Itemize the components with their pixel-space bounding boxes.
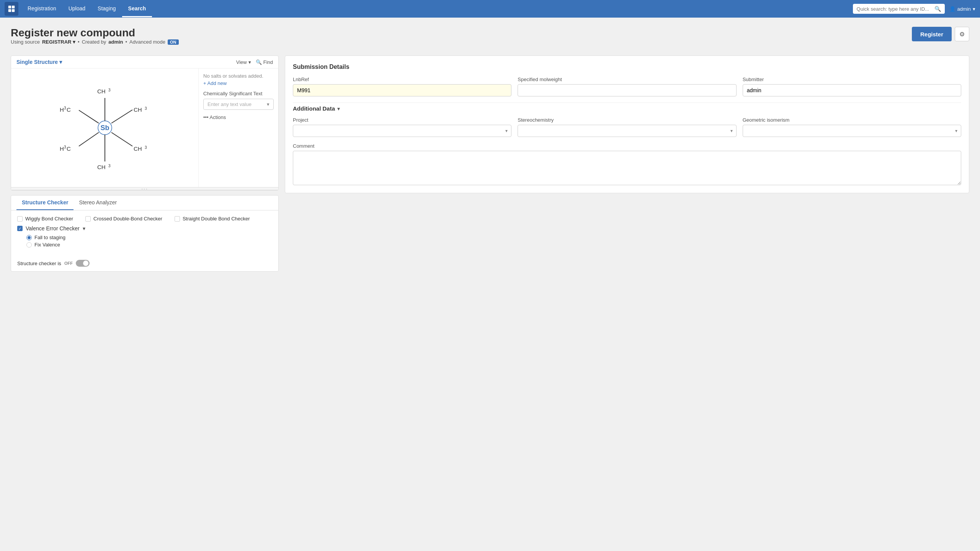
project-select[interactable]: [293, 125, 511, 137]
search-icon2: 🔍: [256, 59, 262, 65]
chem-sig-section: Chemically Significant Text Enter any te…: [203, 91, 274, 110]
toolbar-right: View ▾ 🔍 Find: [236, 59, 273, 65]
structure-toolbar: Single Structure ▾ View ▾ 🔍 Find: [11, 56, 278, 68]
checker-body: Wiggly Bond Checker Crossed Double-Bond …: [11, 210, 278, 257]
comment-textarea[interactable]: [293, 151, 961, 185]
settings-button[interactable]: ⚙: [955, 27, 969, 41]
svg-text:H: H: [60, 145, 64, 152]
resize-handle[interactable]: [11, 187, 278, 190]
structure-type-button[interactable]: Single Structure ▾: [16, 59, 62, 65]
chem-sig-arrow: ▾: [267, 101, 270, 107]
submission-details-title: Submission Details: [293, 64, 961, 70]
svg-line-16: [111, 110, 132, 123]
view-chevron: ▾: [248, 59, 251, 65]
quick-search-box[interactable]: 🔍: [853, 4, 945, 14]
structure-card: Single Structure ▾ View ▾ 🔍 Find: [11, 55, 279, 191]
svg-rect-3: [12, 9, 15, 12]
tab-stereo-analyzer[interactable]: Stereo Analyzer: [74, 196, 122, 210]
additional-data-chevron[interactable]: ▾: [337, 106, 340, 112]
additional-data-title: Additional Data: [293, 105, 335, 112]
wiggly-bond-checkbox[interactable]: [17, 216, 23, 222]
straight-double-bond-checkbox[interactable]: [175, 216, 180, 222]
svg-line-12: [79, 110, 99, 123]
radio-fall-label: Fall to staging: [34, 235, 65, 240]
nav-registration[interactable]: Registration: [21, 1, 62, 17]
user-label: admin: [957, 6, 971, 12]
svg-text:CH: CH: [134, 145, 142, 152]
radio-fix-btn[interactable]: [26, 242, 32, 248]
nav-upload[interactable]: Upload: [62, 1, 91, 17]
svg-text:Sb: Sb: [100, 124, 109, 132]
svg-rect-2: [8, 9, 11, 12]
view-button[interactable]: View ▾: [236, 59, 251, 65]
submitter-input[interactable]: [743, 84, 961, 96]
stereochemistry-label: Stereochemistry: [518, 117, 736, 123]
svg-text:H: H: [60, 106, 64, 113]
project-select-wrapper: [293, 125, 511, 137]
wiggly-bond-checker-item: Wiggly Bond Checker: [17, 216, 73, 222]
find-label: Find: [263, 59, 273, 65]
svg-text:3: 3: [64, 106, 66, 110]
tab-structure-checker[interactable]: Structure Checker: [16, 196, 74, 210]
page-title-area: Register new compound Using source REGIS…: [11, 27, 179, 52]
app-logo[interactable]: [5, 2, 18, 16]
project-label: Project: [293, 117, 511, 123]
geometric-isomerism-select[interactable]: [743, 125, 961, 137]
svg-rect-1: [12, 6, 15, 8]
svg-text:CH: CH: [134, 106, 142, 113]
svg-text:3: 3: [64, 145, 66, 149]
chevron-down-icon: ▾: [973, 6, 975, 12]
radio-fall-to-staging[interactable]: Fall to staging: [26, 235, 272, 240]
advanced-mode-label: Advanced mode: [129, 39, 165, 45]
svg-text:3: 3: [108, 88, 111, 92]
molecule-svg: Sb CH 3 CH 3: [40, 74, 170, 181]
svg-text:3: 3: [145, 145, 147, 150]
valence-dropdown-icon[interactable]: ▾: [83, 225, 85, 231]
stereochemistry-select-wrapper: [518, 125, 736, 137]
molweight-label: Specified molweight: [518, 77, 736, 82]
radio-fix-valence[interactable]: Fix Valence: [26, 242, 272, 248]
find-button[interactable]: 🔍 Find: [256, 59, 273, 65]
no-salts-label: No salts or solvates added.: [203, 73, 274, 79]
additional-data-row1: Project Stereochemistry: [293, 117, 961, 137]
search-input[interactable]: [857, 6, 932, 12]
radio-fix-label: Fix Valence: [34, 242, 60, 248]
valence-error-checkbox[interactable]: ✓: [17, 226, 23, 231]
structure-type-label: Single Structure: [16, 59, 58, 65]
geometric-isomerism-group: Geometric isomerism: [743, 117, 961, 137]
additional-data-header: Additional Data ▾: [293, 103, 961, 112]
molweight-group: Specified molweight: [518, 77, 736, 96]
search-icon: 🔍: [934, 6, 941, 12]
crossed-double-bond-label: Crossed Double-Bond Checker: [93, 216, 162, 222]
molecule-canvas[interactable]: Sb CH 3 CH 3: [11, 68, 199, 187]
geometric-isomerism-label: Geometric isomerism: [743, 117, 961, 123]
user-menu[interactable]: 👤 admin ▾: [949, 6, 975, 12]
navbar-right: 🔍 👤 admin ▾: [853, 4, 975, 14]
navbar: Registration Upload Staging Search 🔍 👤 a…: [0, 0, 980, 18]
molweight-input[interactable]: [518, 84, 736, 96]
chem-sig-select[interactable]: Enter any text value ▾: [203, 99, 274, 110]
crossed-double-bond-checkbox[interactable]: [85, 216, 91, 222]
nav-staging[interactable]: Staging: [91, 1, 122, 17]
actions-button[interactable]: ••• Actions: [203, 114, 274, 120]
nav-search[interactable]: Search: [122, 1, 152, 17]
register-button[interactable]: Register: [912, 27, 952, 41]
page-header: Register new compound Using source REGIS…: [11, 27, 969, 52]
page-title: Register new compound: [11, 27, 179, 39]
lnbref-input[interactable]: [293, 84, 511, 96]
stereochemistry-group: Stereochemistry: [518, 117, 736, 137]
toggle-off-label: OFF: [64, 261, 73, 266]
stereochemistry-select[interactable]: [518, 125, 736, 137]
structure-checker-toggle[interactable]: [76, 260, 90, 267]
source-value[interactable]: REGISTRAR ▾: [42, 39, 75, 45]
wiggly-bond-label: Wiggly Bond Checker: [25, 216, 73, 222]
advanced-mode-badge[interactable]: ON: [168, 39, 179, 45]
subtitle-source-label: Using source: [11, 39, 40, 45]
created-by-user: admin: [108, 39, 123, 45]
add-new-link[interactable]: + Add new: [203, 80, 274, 86]
checker-footer: Structure checker is OFF: [11, 257, 278, 271]
right-panel: Submission Details LnbRef Specified molw…: [285, 55, 969, 272]
svg-text:3: 3: [108, 164, 111, 168]
radio-fall-btn[interactable]: [26, 235, 32, 240]
no-salts-text: No salts or solvates added. + Add new: [203, 73, 274, 86]
